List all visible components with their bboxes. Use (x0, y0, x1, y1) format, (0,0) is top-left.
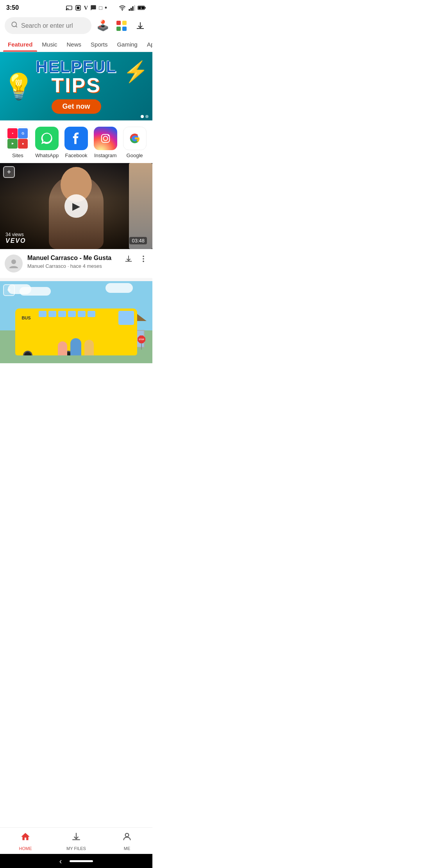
video-duration-badge: 03:48 (129, 237, 147, 244)
svg-rect-14 (116, 21, 121, 25)
instagram-icon (94, 127, 117, 150)
instagram-label: Instagram (94, 152, 117, 158)
svg-rect-0 (66, 6, 72, 10)
svg-point-4 (122, 9, 123, 11)
joystick-icon[interactable]: 🕹️ (95, 18, 110, 33)
search-bar-container: 🕹️ (0, 14, 152, 37)
stop-sign: STOP (138, 335, 145, 350)
screenshot-icon (75, 5, 81, 11)
video-section-1: + ▶ 34 views VEVO 03:48 (0, 163, 152, 249)
chat-icon (90, 5, 97, 11)
video-add-button-1[interactable]: + (3, 166, 15, 178)
bus-front-window (118, 311, 134, 325)
search-icon (11, 21, 18, 30)
video-thumbnail-2[interactable]: STOP BUS (0, 281, 152, 363)
toolbar-icons: 🕹️ (95, 18, 148, 33)
search-input-wrap[interactable] (5, 17, 91, 34)
svg-point-12 (12, 22, 16, 27)
svg-rect-16 (116, 27, 121, 31)
video-add-button-2[interactable]: + (3, 284, 15, 296)
svg-point-19 (103, 136, 107, 141)
google-label: Google (127, 152, 143, 158)
wifi-icon (119, 5, 126, 11)
video-download-icon-1[interactable] (124, 255, 133, 265)
dot-icon: • (105, 4, 107, 12)
tab-gaming[interactable]: Gaming (112, 37, 142, 52)
svg-rect-17 (122, 27, 127, 31)
shortcut-google[interactable]: Google (123, 127, 147, 158)
facebook-label: Facebook (65, 152, 87, 158)
video-title-1: Manuel Carrasco - Me Gusta (27, 255, 120, 262)
bottom-spacer (0, 363, 152, 402)
cloud-2 (20, 287, 51, 296)
bus-windows-row (39, 311, 95, 317)
video-meta-1: Manuel Carrasco - Me Gusta Manuel Carras… (27, 255, 120, 269)
banner-content: HELPFUL TIPS Get now (0, 52, 152, 120)
signal-icon (128, 5, 135, 11)
whatsapp-icon (35, 127, 59, 150)
banner-get-now-button[interactable]: Get now (52, 99, 101, 114)
sites-grid-red: ■ (18, 139, 28, 149)
video-channel-name-1: Manuel Carrasco (27, 263, 66, 269)
z-icon: □ (99, 5, 102, 11)
bus-scene: STOP BUS (0, 281, 152, 363)
sites-grid-yt (7, 128, 18, 138)
tab-featured[interactable]: Featured (3, 37, 37, 52)
svg-rect-3 (77, 7, 80, 9)
svg-point-23 (143, 258, 144, 260)
svg-rect-10 (145, 7, 145, 9)
video-channel-avatar-1 (5, 255, 23, 273)
yellow-bus: BUS (15, 308, 137, 355)
video-info-1: Manuel Carrasco - Me Gusta Manuel Carras… (0, 249, 152, 281)
status-time: 3:50 (6, 4, 19, 11)
svg-point-24 (143, 261, 144, 262)
status-bar: 3:50 V □ • (0, 0, 152, 14)
facebook-icon (64, 127, 88, 150)
apps-colorful-icon[interactable] (114, 18, 129, 33)
sites-grid-g: G (18, 128, 28, 138)
app-shortcuts: G ▶ ■ Sites WhatsApp (0, 120, 152, 161)
video-time-ago-1: hace 4 meses (70, 263, 102, 269)
video-section-2: + STOP (0, 281, 152, 363)
video-more-icon-1[interactable] (139, 255, 148, 265)
shortcut-facebook[interactable]: Facebook (64, 127, 88, 158)
tab-news[interactable]: News (62, 37, 86, 52)
banner[interactable]: 💡 ⚡ HELPFUL TIPS Get now (0, 52, 152, 120)
shortcut-instagram[interactable]: Instagram (94, 127, 117, 158)
search-input[interactable] (21, 22, 85, 29)
download-toolbar-icon[interactable] (133, 18, 148, 33)
video-play-button-1[interactable]: ▶ (64, 194, 88, 218)
tab-music[interactable]: Music (37, 37, 62, 52)
cloud-3 (106, 283, 133, 293)
nav-tabs: Featured Music News Sports Gaming Apps (0, 37, 152, 52)
v-icon: V (84, 5, 88, 11)
banner-title-line2: TIPS (51, 75, 101, 95)
bus-characters (58, 338, 94, 355)
google-icon (123, 127, 147, 150)
svg-line-13 (16, 26, 17, 27)
svg-point-1 (66, 9, 67, 11)
shortcut-whatsapp[interactable]: WhatsApp (35, 127, 59, 158)
svg-rect-7 (132, 6, 134, 11)
video-thumbnail-1[interactable]: ▶ 34 views VEVO 03:48 (0, 163, 152, 249)
shortcut-sites[interactable]: G ▶ ■ Sites (6, 127, 29, 158)
status-icons-group: V □ • (66, 4, 146, 12)
vehicle-side (129, 163, 152, 249)
video-views-text: 34 views (5, 232, 26, 237)
whatsapp-label: WhatsApp (35, 152, 59, 158)
video-actions-1 (124, 255, 148, 265)
battery-icon (138, 5, 146, 11)
svg-rect-15 (122, 21, 127, 25)
sites-icon: G ▶ ■ (6, 127, 29, 150)
sites-label: Sites (12, 152, 23, 158)
svg-rect-8 (134, 5, 135, 11)
video-bottom-left: 34 views VEVO (5, 232, 26, 244)
video-separator-1: · (68, 263, 70, 269)
svg-rect-6 (131, 8, 132, 11)
video-channel-info-1: Manuel Carrasco · hace 4 meses (27, 263, 120, 269)
cast-icon (66, 5, 73, 11)
svg-point-21 (11, 260, 16, 264)
tab-apps[interactable]: Apps (142, 37, 152, 52)
svg-point-22 (143, 256, 144, 257)
tab-sports[interactable]: Sports (86, 37, 112, 52)
